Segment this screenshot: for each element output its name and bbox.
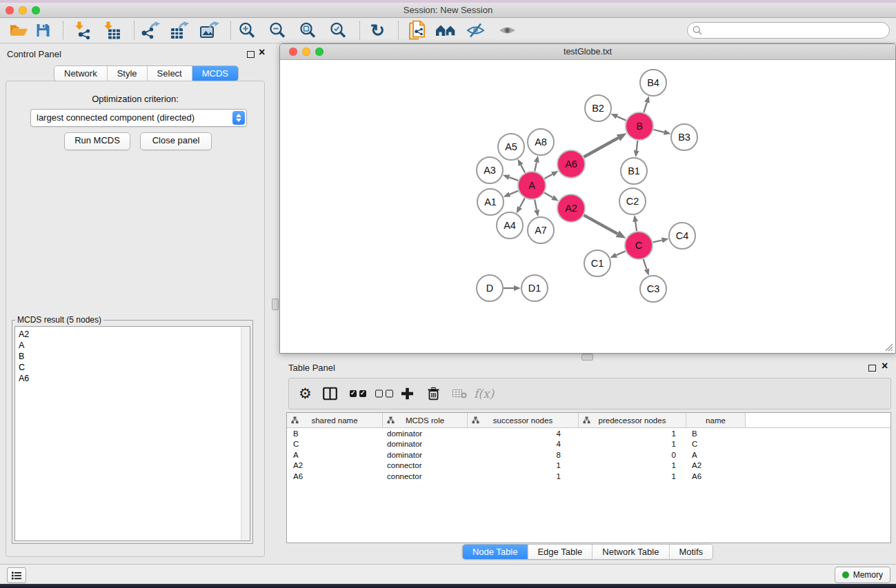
memory-label: Memory	[853, 570, 883, 580]
toolbar-separator	[63, 21, 63, 39]
open-session-icon[interactable]	[10, 23, 28, 38]
home-icon[interactable]	[435, 23, 456, 37]
tab-select[interactable]: Select	[147, 66, 192, 81]
table-cell: 0	[577, 451, 684, 459]
graph-edge-C-C4[interactable]	[653, 241, 662, 243]
deselect-all-columns-icon[interactable]	[375, 390, 393, 398]
add-column-icon[interactable]	[401, 388, 413, 400]
graph-edge-B-B2[interactable]	[617, 116, 626, 121]
horizontal-splitter-handle[interactable]	[581, 354, 593, 361]
mcds-result-item[interactable]: A2	[15, 329, 241, 340]
tab-mcds[interactable]: MCDS	[192, 66, 238, 81]
select-all-columns-icon[interactable]	[350, 390, 366, 397]
graph-edge-A-A5[interactable]	[521, 165, 525, 172]
network-view-window[interactable]: testGlobe.txt B4B2BB3A5A8A6B1A3AA1A2C2A4…	[279, 43, 896, 354]
save-session-icon[interactable]	[36, 23, 50, 38]
mcds-result-item[interactable]: A6	[15, 373, 241, 384]
export-image-icon[interactable]	[200, 21, 219, 39]
graph-edge-A6-B[interactable]	[584, 138, 618, 157]
graph-node-label: B3	[678, 132, 690, 143]
task-history-button[interactable]	[7, 567, 26, 583]
float-table-panel-icon[interactable]	[868, 365, 876, 372]
mcds-scrollbar[interactable]	[241, 327, 250, 540]
mcds-result-item[interactable]: C	[15, 362, 241, 373]
graph-edge-C-C3[interactable]	[644, 259, 647, 270]
zoom-selected-icon[interactable]	[330, 22, 347, 39]
show-graphics-details-icon[interactable]	[498, 24, 517, 37]
function-builder-icon[interactable]: f(x)	[474, 387, 494, 401]
search-field[interactable]	[687, 22, 890, 39]
mcds-tab-content: Optimization criterion: largest connecte…	[6, 81, 265, 557]
toolbar-separator	[359, 21, 360, 39]
zoom-fit-icon[interactable]	[299, 22, 317, 39]
graph-edge-A-A3[interactable]	[509, 177, 518, 181]
graph-edge-B-B1[interactable]	[637, 141, 638, 150]
tab-style[interactable]: Style	[107, 66, 147, 81]
column-header-name[interactable]: name	[686, 413, 746, 427]
table-row[interactable]: Cdominator41C	[287, 439, 890, 450]
graph-node-label: D	[486, 283, 493, 294]
hide-graphics-details-icon[interactable]	[466, 23, 485, 39]
graph-edge-C-C2[interactable]	[635, 222, 637, 232]
column-header-predecessor-nodes[interactable]: predecessor nodes	[579, 413, 686, 427]
graph-edge-A-A6[interactable]	[544, 174, 552, 179]
graph-node-label: A6	[565, 159, 577, 170]
table-settings-gear-icon[interactable]: ⚙	[299, 386, 312, 401]
table-row[interactable]: A2connector11A2	[287, 460, 890, 472]
network-canvas[interactable]: B4B2BB3A5A8A6B1A3AA1A2C2A4A7C4CC1C3DD1	[280, 60, 894, 352]
graph-node-label: A8	[535, 136, 547, 148]
table-row[interactable]: A6connector11A6	[287, 471, 890, 482]
graph-edge-A-A7[interactable]	[535, 200, 537, 210]
export-network-icon[interactable]	[141, 21, 160, 39]
import-table-icon[interactable]	[103, 21, 121, 40]
table-row[interactable]: Adominator80A	[287, 449, 890, 460]
graph-edge-A-A1[interactable]	[510, 191, 519, 194]
network-graph[interactable]: B4B2BB3A5A8A6B1A3AA1A2C2A4A7C4CC1C3DD1	[280, 60, 894, 352]
graph-edge-B-B3[interactable]	[653, 130, 664, 132]
graph-edge-A-A4[interactable]	[520, 198, 525, 207]
memory-button[interactable]: Memory	[835, 567, 890, 583]
mcds-result-group: MCDS result (5 nodes) A2ABCA6	[12, 315, 253, 544]
graph-edge-A-A8[interactable]	[535, 162, 537, 171]
resize-grip-icon[interactable]	[884, 342, 893, 352]
close-panel-icon[interactable]: ×	[259, 47, 265, 58]
import-network-icon[interactable]	[74, 21, 92, 40]
refresh-view-icon[interactable]: ↻	[370, 22, 385, 39]
mcds-result-item[interactable]: A	[15, 340, 241, 351]
vertical-splitter-handle[interactable]	[272, 298, 279, 310]
export-table-icon[interactable]	[170, 21, 189, 39]
search-input[interactable]	[706, 23, 884, 37]
delete-table-icon[interactable]	[452, 389, 467, 398]
main-titlebar[interactable]: Session: New Session	[0, 3, 896, 18]
tab-edge-table[interactable]: Edge Table	[527, 545, 592, 559]
new-network-from-selection-icon[interactable]	[409, 21, 427, 41]
run-mcds-button[interactable]: Run MCDS	[64, 132, 130, 150]
tab-node-table[interactable]: Node Table	[463, 545, 528, 559]
column-header-MCDS-role[interactable]: MCDS role	[383, 413, 468, 427]
graph-edge-A2-C[interactable]	[584, 215, 617, 234]
show-columns-icon[interactable]	[323, 387, 337, 401]
tab-network-table[interactable]: Network Table	[592, 545, 668, 559]
close-table-panel-icon[interactable]: ×	[882, 361, 888, 372]
tab-motifs[interactable]: Motifs	[668, 545, 713, 559]
column-header-shared-name[interactable]: shared name	[287, 413, 383, 427]
table-row[interactable]: Bdominator41B	[287, 428, 890, 439]
zoom-out-icon[interactable]	[269, 22, 286, 39]
graph-node-label: B1	[628, 165, 640, 176]
mcds-result-item[interactable]: B	[15, 351, 241, 362]
column-header-successor-nodes[interactable]: successor nodes	[468, 413, 579, 427]
hierarchy-icon	[291, 416, 299, 424]
zoom-in-icon[interactable]	[239, 22, 256, 39]
delete-column-trash-icon[interactable]	[428, 387, 439, 401]
table-cell: connector	[382, 472, 466, 480]
graph-node-label: B4	[647, 77, 659, 88]
criterion-select[interactable]: largest connected component (directed)	[30, 109, 247, 127]
graph-edge-C-C1[interactable]	[617, 251, 626, 255]
tab-network[interactable]: Network	[54, 66, 107, 81]
network-window-titlebar[interactable]: testGlobe.txt	[280, 44, 895, 60]
graph-edge-A-A2[interactable]	[544, 193, 552, 198]
close-panel-button[interactable]: Close panel	[140, 132, 212, 150]
graph-edge-B-B4[interactable]	[644, 103, 647, 112]
float-panel-icon[interactable]	[247, 51, 255, 58]
table-cell: A2	[684, 461, 742, 469]
